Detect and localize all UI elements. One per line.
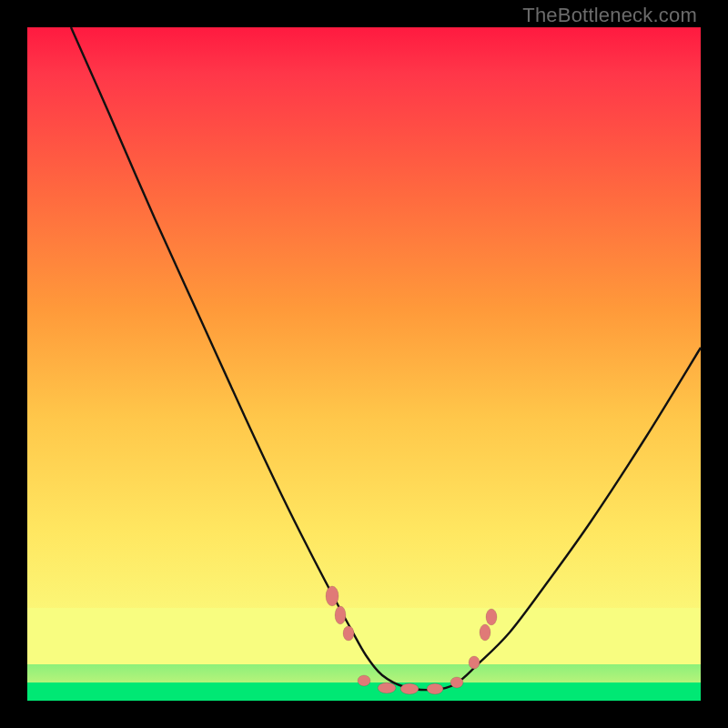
curve-marker <box>450 677 463 688</box>
curve-marker <box>480 624 490 641</box>
curve-marker <box>358 675 370 686</box>
curve-marker <box>486 609 497 625</box>
curve-marker <box>378 682 396 693</box>
curve-marker <box>335 606 346 624</box>
attribution-text: TheBottleneck.com <box>522 4 697 27</box>
curve-marker <box>427 683 443 694</box>
chart-svg <box>27 27 701 701</box>
chart-plot-area <box>27 27 701 701</box>
curve-marker <box>469 656 480 669</box>
curve-marker <box>326 586 339 606</box>
curve-marker <box>400 683 419 694</box>
curve-markers <box>326 586 497 694</box>
curve-marker <box>343 626 354 641</box>
bottleneck-curve <box>71 27 701 690</box>
chart-frame: TheBottleneck.com <box>0 0 728 728</box>
